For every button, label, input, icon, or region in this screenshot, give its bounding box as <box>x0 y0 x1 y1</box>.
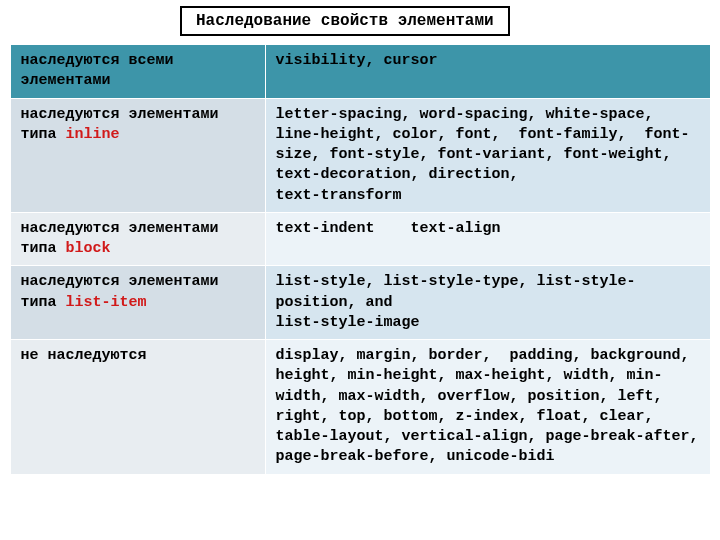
row-label: наследуются элементами типа block <box>10 212 265 266</box>
row-label: не наследуются <box>10 340 265 475</box>
label-keyword: block <box>66 240 111 257</box>
table-row: наследуются элементами типа inline lette… <box>10 98 710 212</box>
row-value: text-indent text-align <box>265 212 710 266</box>
label-prefix: не наследуются <box>21 347 147 364</box>
table-row: наследуются элементами типа block text-i… <box>10 212 710 266</box>
row-label: наследуются элементами типа list-item <box>10 266 265 340</box>
row-value: display, margin, border, padding, backgr… <box>265 340 710 475</box>
label-prefix: наследуются всеми элементами <box>21 52 174 89</box>
row-value: letter-spacing, word-spacing, white-spac… <box>265 98 710 212</box>
row-label: наследуются всеми элементами <box>10 45 265 99</box>
inheritance-table: наследуются всеми элементами visibility,… <box>10 44 711 475</box>
table-row: наследуются всеми элементами visibility,… <box>10 45 710 99</box>
row-value: list-style, list-style-type, list-style-… <box>265 266 710 340</box>
row-value: visibility, cursor <box>265 45 710 99</box>
table-row: наследуются элементами типа list-item li… <box>10 266 710 340</box>
label-keyword: inline <box>66 126 120 143</box>
label-prefix: наследуются элементами типа <box>21 220 219 257</box>
label-keyword: list-item <box>66 294 147 311</box>
row-label: наследуются элементами типа inline <box>10 98 265 212</box>
table-row: не наследуются display, margin, border, … <box>10 340 710 475</box>
page-title: Наследование свойств элементами <box>180 6 510 36</box>
